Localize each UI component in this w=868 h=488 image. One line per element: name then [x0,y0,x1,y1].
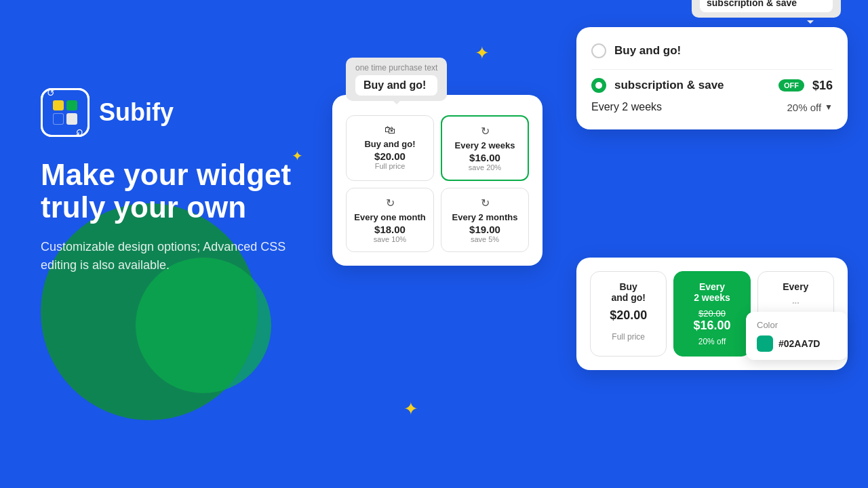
dropdown-arrow-icon[interactable]: ▼ [825,102,833,112]
color-picker-title: Color [757,320,837,330]
color-plan-2weeks[interactable]: Every2 weeks $20.00 $16.00 20% off [673,271,750,357]
plan-2months-note: save 5% [448,235,521,243]
color-code: #02AA7D [778,338,820,349]
color-swatch[interactable] [757,336,773,352]
sub-price: $16 [812,79,833,93]
left-section: ↺ ↺ Subify Make your widget truly your o… [41,88,298,274]
sub-tooltip-value: subscription & save [700,0,833,12]
color-picker-tooltip: Color #02AA7D [746,312,848,360]
cpi-every-price: ··· [765,298,827,308]
refresh-icon-2weeks: ↻ [481,125,490,138]
plan-buy-go-name: Buy and go! [353,139,427,149]
radio-sub-save[interactable] [591,78,606,93]
discount-value: 20% off [787,102,822,113]
plan-2weeks[interactable]: ↻ Every 2 weeks $16.00 save 20% [441,115,529,181]
sub-label-sub-save: subscription & save [614,79,770,92]
otp-plan-grid: 🛍 Buy and go! $20.00 Full price ↻ Every … [346,115,529,252]
cpi-2weeks-orig: $20.00 [681,308,743,319]
plan-2months-price: $19.00 [448,224,521,235]
cpi-every-title: Every [765,281,827,292]
sub-row-buy-go[interactable]: Buy and go! [591,43,833,58]
discount-label[interactable]: 20% off ▼ [787,102,833,113]
plan-1month-name: Every one month [353,212,427,222]
card-one-time-purchase: one time purchase text Buy and go! 🛍 Buy… [332,95,542,266]
plan-2weeks-note: save 20% [449,163,521,171]
plan-1month-note: save 10% [353,235,427,243]
logo-area: ↺ ↺ Subify [41,88,298,137]
sub-tooltip-container: subscription purchase text subscription … [692,0,841,20]
color-plan-buy-go[interactable]: Buyand go! $20.00 Full price [590,271,667,357]
cpi-buy-go-title: Buyand go! [597,281,659,303]
color-card-inner: Buyand go! $20.00 Full price Every2 week… [590,271,834,357]
plan-2weeks-name: Every 2 weeks [449,140,521,150]
radio-buy-go[interactable] [591,43,606,58]
logo-box: ↺ ↺ [41,88,90,137]
card-subscription: subscription purchase text subscription … [576,27,848,129]
cpi-2weeks-price: $16.00 [681,319,743,333]
color-picker-row: #02AA7D [757,336,837,352]
otp-tooltip-value: Buy and go! [355,75,437,96]
refresh-icon-1month: ↻ [386,197,395,209]
widgets-area: one time purchase text Buy and go! 🛍 Buy… [332,27,848,461]
cpi-buy-go-note: Full price [597,332,659,342]
main-heading: Make your widget truly your own [41,159,298,224]
off-badge: OFF [778,79,804,92]
otp-tooltip-label: one time purchase text [355,63,437,73]
cpi-buy-go-price: $20.00 [597,308,659,323]
plan-2months[interactable]: ↻ Every 2 months $19.00 save 5% [441,188,529,252]
plan-1month[interactable]: ↻ Every one month $18.00 save 10% [346,188,434,252]
bag-icon: 🛍 [384,124,395,136]
plan-2weeks-price: $16.00 [449,152,521,163]
plan-buy-go-note: Full price [353,162,427,170]
plan-2months-name: Every 2 months [448,212,521,222]
hero-subtext: Customizable design options; Advanced CS… [41,238,298,274]
frequency-row: Every 2 weeks 20% off ▼ [591,101,833,113]
plan-buy-go-price: $20.00 [353,150,427,162]
plan-buy-go[interactable]: 🛍 Buy and go! $20.00 Full price [346,115,434,181]
otp-tooltip-bubble: one time purchase text Buy and go! [346,58,447,101]
sub-tooltip-bubble: subscription purchase text subscription … [692,0,841,18]
sub-divider [591,69,833,70]
refresh-icon-2months: ↻ [481,197,490,209]
green-blob-2 [136,258,271,393]
sub-label-buy-go: Buy and go! [614,44,833,58]
frequency-label: Every 2 weeks [591,101,662,113]
sub-row-sub-save[interactable]: subscription & save OFF $16 [591,78,833,93]
card-color-picker: Buyand go! $20.00 Full price Every2 week… [576,258,848,370]
brand-name: Subify [99,98,174,127]
plan-1month-price: $18.00 [353,224,427,235]
cpi-2weeks-title: Every2 weeks [681,281,743,303]
cpi-2weeks-note: 20% off [681,337,743,346]
